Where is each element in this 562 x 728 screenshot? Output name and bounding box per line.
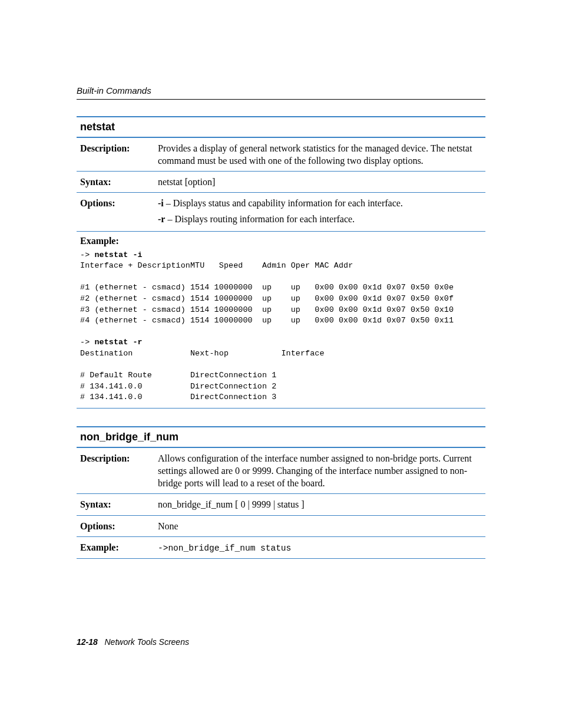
command-title: netstat (77, 117, 485, 137)
page-header: Built-in Commands (77, 85, 485, 100)
footer-title: Network Tools Screens (104, 637, 189, 647)
value-example: ->non_bridge_if_num status (154, 536, 485, 558)
label-example: Example: (77, 536, 154, 558)
row-options: Options: None (77, 515, 485, 536)
row-description: Description: Allows configuration of the… (77, 448, 485, 494)
value-description: Allows configuration of the interface nu… (154, 448, 485, 494)
label-description: Description: (77, 448, 154, 494)
row-example: Example: ->non_bridge_if_num status (77, 536, 485, 558)
label-options: Options: (77, 193, 154, 231)
command-netstat: netstat Description: Provides a display … (77, 116, 485, 409)
page-number: 12-18 (77, 637, 98, 647)
label-syntax: Syntax: (77, 494, 154, 515)
value-options: -i – Displays status and capability info… (154, 193, 485, 231)
command-table: Description: Allows configuration of the… (77, 448, 485, 559)
row-description: Description: Provides a display of gener… (77, 138, 485, 172)
label-options: Options: (77, 515, 154, 536)
row-options: Options: -i – Displays status and capabi… (77, 193, 485, 231)
option-flag-i: -i (158, 198, 164, 208)
value-options: None (154, 515, 485, 536)
option-text-i: – Displays status and capability informa… (164, 198, 403, 208)
page-footer: 12-18 Network Tools Screens (77, 637, 189, 647)
row-syntax: Syntax: non_bridge_if_num [ 0 | 9999 | s… (77, 494, 485, 515)
option-flag-r: -r (158, 214, 165, 224)
example-output: -> netstat -i Interface + DescriptionMTU… (80, 250, 485, 404)
label-description: Description: (77, 138, 154, 172)
value-description: Provides a display of general network st… (154, 138, 485, 172)
label-syntax: Syntax: (77, 172, 154, 193)
command-title: non_bridge_if_num (77, 427, 485, 447)
row-syntax: Syntax: netstat [option] (77, 172, 485, 193)
value-syntax: netstat [option] (154, 172, 485, 193)
option-text-r: – Displays routing information for each … (165, 214, 355, 224)
value-syntax: non_bridge_if_num [ 0 | 9999 | status ] (154, 494, 485, 515)
command-table: Description: Provides a display of gener… (77, 138, 485, 232)
command-non-bridge-if-num: non_bridge_if_num Description: Allows co… (77, 426, 485, 559)
label-example: Example: (77, 232, 485, 248)
